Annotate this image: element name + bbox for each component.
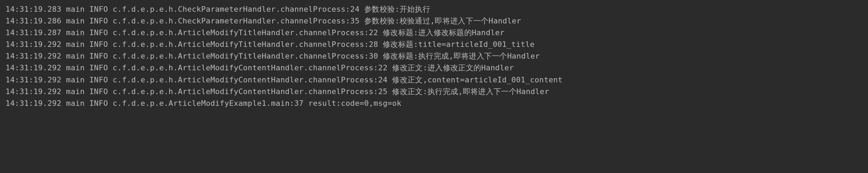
- log-timestamp: 14:31:19.292: [6, 99, 62, 108]
- log-timestamp: 14:31:19.292: [6, 87, 62, 96]
- log-level: INFO: [89, 40, 108, 49]
- log-logger: c.f.d.e.p.e.h.CheckParameterHandler.chan…: [113, 5, 360, 13]
- log-line: 14:31:19.287 main INFO c.f.d.e.p.e.h.Art…: [6, 27, 862, 39]
- log-message: 参数校验:开始执行: [364, 5, 430, 13]
- log-message: 修改标题:进入修改标题的Handler: [383, 28, 504, 37]
- log-level: INFO: [89, 63, 108, 72]
- log-timestamp: 14:31:19.286: [6, 17, 62, 25]
- log-level: INFO: [89, 17, 108, 25]
- log-message: 修改正文,content=articleId_001_content: [392, 75, 563, 84]
- log-thread: main: [66, 75, 85, 84]
- log-line: 14:31:19.283 main INFO c.f.d.e.p.e.h.Che…: [6, 3, 862, 15]
- log-logger: c.f.d.e.p.e.h.ArticleModifyTitleHandler.…: [113, 28, 378, 37]
- log-logger: c.f.d.e.p.e.ArticleModifyExample1.main:3…: [113, 99, 304, 108]
- log-timestamp: 14:31:19.292: [6, 40, 62, 49]
- log-logger: c.f.d.e.p.e.h.ArticleModifyTitleHandler.…: [113, 52, 378, 60]
- log-logger: c.f.d.e.p.e.h.ArticleModifyContentHandle…: [113, 63, 388, 72]
- log-timestamp: 14:31:19.292: [6, 63, 62, 72]
- log-logger: c.f.d.e.p.e.h.CheckParameterHandler.chan…: [113, 17, 360, 25]
- log-thread: main: [66, 40, 85, 49]
- log-line: 14:31:19.286 main INFO c.f.d.e.p.e.h.Che…: [6, 15, 862, 27]
- log-timestamp: 14:31:19.283: [6, 5, 62, 13]
- log-thread: main: [66, 87, 85, 96]
- log-message: result:code=0,msg=ok: [308, 99, 401, 108]
- log-timestamp: 14:31:19.292: [6, 75, 62, 84]
- log-thread: main: [66, 63, 85, 72]
- log-thread: main: [66, 5, 85, 13]
- log-message: 修改标题:执行完成,即将进入下一个Handler: [383, 52, 540, 60]
- log-level: INFO: [89, 52, 108, 60]
- log-logger: c.f.d.e.p.e.h.ArticleModifyTitleHandler.…: [113, 40, 378, 49]
- log-message: 修改正文:执行完成,即将进入下一个Handler: [392, 87, 549, 96]
- log-message: 修改正文:进入修改正文的Handler: [392, 63, 514, 72]
- log-output-container: 14:31:19.283 main INFO c.f.d.e.p.e.h.Che…: [6, 3, 862, 109]
- log-line: 14:31:19.292 main INFO c.f.d.e.p.e.h.Art…: [6, 50, 862, 62]
- log-thread: main: [66, 17, 85, 25]
- log-timestamp: 14:31:19.287: [6, 28, 62, 37]
- log-line: 14:31:19.292 main INFO c.f.d.e.p.e.h.Art…: [6, 39, 862, 50]
- log-level: INFO: [89, 87, 108, 96]
- log-message: 参数校验:校验通过,即将进入下一个Handler: [364, 17, 521, 25]
- log-level: INFO: [89, 75, 108, 84]
- log-line: 14:31:19.292 main INFO c.f.d.e.p.e.h.Art…: [6, 86, 862, 98]
- log-level: INFO: [89, 99, 108, 108]
- log-logger: c.f.d.e.p.e.h.ArticleModifyContentHandle…: [113, 87, 388, 96]
- log-message: 修改标题:title=articleId_001_title: [383, 40, 534, 49]
- log-level: INFO: [89, 28, 108, 37]
- log-thread: main: [66, 28, 85, 37]
- log-line: 14:31:19.292 main INFO c.f.d.e.p.e.h.Art…: [6, 62, 862, 74]
- log-thread: main: [66, 52, 85, 60]
- log-thread: main: [66, 99, 85, 108]
- log-level: INFO: [89, 5, 108, 13]
- log-line: 14:31:19.292 main INFO c.f.d.e.p.e.Artic…: [6, 98, 862, 109]
- log-timestamp: 14:31:19.292: [6, 52, 62, 60]
- log-logger: c.f.d.e.p.e.h.ArticleModifyContentHandle…: [113, 75, 388, 84]
- log-line: 14:31:19.292 main INFO c.f.d.e.p.e.h.Art…: [6, 74, 862, 86]
